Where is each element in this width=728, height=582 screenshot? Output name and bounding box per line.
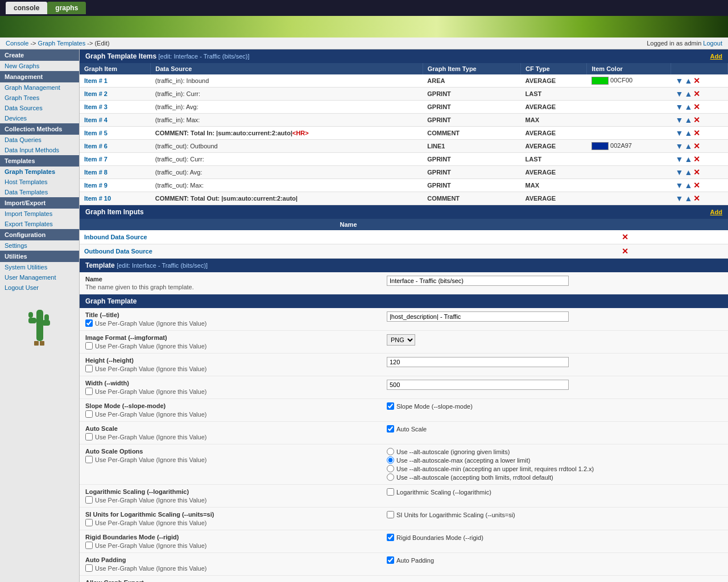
color-cell <box>587 192 671 205</box>
item-link[interactable]: Item # 2 <box>84 90 107 97</box>
si-units-value-checkbox[interactable] <box>387 511 394 518</box>
item-link[interactable]: Item # 10 <box>84 195 111 202</box>
sidebar-item-import-templates[interactable]: Import Templates <box>0 209 79 219</box>
sidebar-item-new-graphs[interactable]: New Graphs <box>0 61 79 71</box>
template-name-label: Name <box>85 276 387 282</box>
delete-icon[interactable]: ✕ <box>693 194 700 203</box>
move-up-icon[interactable]: ▲ <box>684 115 692 124</box>
sidebar-item-graph-trees[interactable]: Graph Trees <box>0 93 79 103</box>
move-down-icon[interactable]: ▼ <box>676 102 684 111</box>
item-link[interactable]: Item # 4 <box>84 117 107 123</box>
console-nav-btn[interactable]: console <box>6 2 47 14</box>
move-up-icon[interactable]: ▲ <box>684 102 692 111</box>
delete-icon[interactable]: ✕ <box>693 128 700 138</box>
delete-icon[interactable]: ✕ <box>693 102 700 111</box>
move-down-icon[interactable]: ▼ <box>676 168 684 177</box>
sidebar-item-system-utilities[interactable]: System Utilities <box>0 262 79 272</box>
sidebar-item-data-input-methods[interactable]: Data Input Methods <box>0 145 79 155</box>
item-link[interactable]: Item # 9 <box>84 182 107 189</box>
auto-padding-value-checkbox[interactable] <box>387 556 394 564</box>
input-link[interactable]: Inbound Data Source <box>84 234 147 240</box>
input-link[interactable]: Outbound Data Source <box>84 248 152 255</box>
auto-scale-per-graph-checkbox[interactable] <box>85 433 93 440</box>
aso-radio-1[interactable] <box>387 448 394 455</box>
sidebar-item-host-templates[interactable]: Host Templates <box>0 177 79 187</box>
sidebar-item-settings[interactable]: Settings <box>0 240 79 251</box>
move-down-icon[interactable]: ▼ <box>676 76 684 85</box>
imgformat-per-graph-checkbox[interactable] <box>85 342 93 350</box>
image-format-select[interactable]: PNG <box>387 334 415 346</box>
move-up-icon[interactable]: ▲ <box>684 168 692 177</box>
item-link[interactable]: Item # 3 <box>84 103 107 110</box>
height-per-graph-checkbox[interactable] <box>85 365 93 372</box>
aso-radio-3[interactable] <box>387 465 394 472</box>
graph-template-items-add-btn[interactable]: Add <box>710 53 722 60</box>
item-link[interactable]: Item # 8 <box>84 169 107 176</box>
item-link[interactable]: Item # 7 <box>84 156 107 163</box>
move-down-icon[interactable]: ▼ <box>676 155 684 164</box>
aso-per-graph-checkbox[interactable] <box>85 456 93 463</box>
move-up-icon[interactable]: ▲ <box>684 142 692 151</box>
delete-icon[interactable]: ✕ <box>693 142 700 151</box>
move-up-icon[interactable]: ▲ <box>684 181 692 190</box>
delete-icon[interactable]: ✕ <box>693 155 700 164</box>
rigid-boundaries-value-checkbox[interactable] <box>387 534 394 541</box>
sidebar-item-graph-templates[interactable]: Graph Templates <box>0 167 79 177</box>
aso-radio-4[interactable] <box>387 473 394 481</box>
item-link[interactable]: Item # 5 <box>84 130 107 136</box>
si-per-graph-checkbox[interactable] <box>85 519 93 526</box>
delete-input-icon[interactable]: ✕ <box>622 232 628 242</box>
slope-mode-value-checkbox[interactable] <box>387 402 394 410</box>
move-down-icon[interactable]: ▼ <box>676 194 684 203</box>
width-per-graph-checkbox[interactable] <box>85 388 93 395</box>
sidebar-item-user-management[interactable]: User Management <box>0 272 79 282</box>
move-down-icon[interactable]: ▼ <box>676 128 684 138</box>
sidebar-item-logout-user[interactable]: Logout User <box>0 282 79 293</box>
move-down-icon[interactable]: ▼ <box>676 142 684 151</box>
item-link[interactable]: Item # 1 <box>84 77 107 84</box>
data-source-cell: COMMENT: Total Out: |sum:auto:current:2:… <box>151 192 423 205</box>
graph-templates-breadcrumb-link[interactable]: Graph Templates <box>38 40 86 47</box>
delete-icon[interactable]: ✕ <box>693 181 700 190</box>
sidebar-item-data-templates[interactable]: Data Templates <box>0 187 79 197</box>
utilities-header: Utilities <box>0 251 79 262</box>
sidebar-item-data-queries[interactable]: Data Queries <box>0 135 79 145</box>
sidebar-item-devices[interactable]: Devices <box>0 113 79 123</box>
move-up-icon[interactable]: ▲ <box>684 155 692 164</box>
move-down-icon[interactable]: ▼ <box>676 115 684 124</box>
si-units-row: SI Units for Logarithmic Scaling (--unit… <box>80 508 728 530</box>
delete-icon[interactable]: ✕ <box>693 76 700 85</box>
move-up-icon[interactable]: ▲ <box>684 194 692 203</box>
aso-radio-2[interactable] <box>387 456 394 464</box>
rigid-boundaries-row: Rigid Boundaries Mode (--rigid) Use Per-… <box>80 530 728 553</box>
graphs-nav-btn[interactable]: graphs <box>47 2 86 14</box>
delete-icon[interactable]: ✕ <box>693 115 700 124</box>
log-per-graph-checkbox[interactable] <box>85 496 93 504</box>
auto-scale-value-checkbox[interactable] <box>387 425 394 433</box>
sidebar-item-export-templates[interactable]: Export Templates <box>0 219 79 229</box>
delete-input-icon[interactable]: ✕ <box>622 247 628 256</box>
height-input[interactable] <box>387 357 569 367</box>
padding-per-graph-checkbox[interactable] <box>85 564 93 572</box>
move-up-icon[interactable]: ▲ <box>684 76 692 85</box>
sidebar-item-graph-management[interactable]: Graph Management <box>0 82 79 93</box>
logarithmic-value-checkbox[interactable] <box>387 488 394 496</box>
delete-icon[interactable]: ✕ <box>693 89 700 98</box>
item-link[interactable]: Item # 6 <box>84 143 107 149</box>
svg-rect-0 <box>36 310 43 341</box>
title-per-graph-checkbox[interactable] <box>85 319 93 327</box>
move-down-icon[interactable]: ▼ <box>676 89 684 98</box>
title-input[interactable] <box>387 311 569 322</box>
console-breadcrumb-link[interactable]: Console <box>6 40 28 47</box>
width-input[interactable] <box>387 380 569 390</box>
move-up-icon[interactable]: ▲ <box>684 89 692 98</box>
move-up-icon[interactable]: ▲ <box>684 128 692 138</box>
logout-link[interactable]: Logout <box>703 40 722 47</box>
slope-per-graph-checkbox[interactable] <box>85 410 93 418</box>
delete-icon[interactable]: ✕ <box>693 168 700 177</box>
move-down-icon[interactable]: ▼ <box>676 181 684 190</box>
sidebar-item-data-sources[interactable]: Data Sources <box>0 103 79 113</box>
rigid-per-graph-checkbox[interactable] <box>85 542 93 549</box>
graph-item-inputs-add-btn[interactable]: Add <box>710 209 722 215</box>
template-name-input[interactable] <box>387 276 569 286</box>
